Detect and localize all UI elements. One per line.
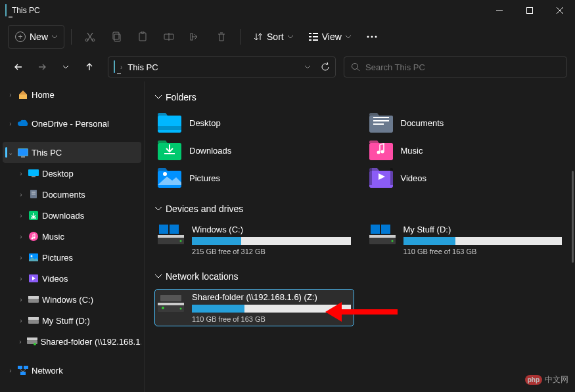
svg-rect-70: [160, 295, 181, 301]
svg-point-50: [377, 151, 380, 154]
svg-point-19: [352, 64, 358, 70]
sidebar-item-thispc[interactable]: ⌄ This PC: [3, 142, 141, 163]
sidebar: › Home › OneDrive - Personal ⌄ This PC ›…: [0, 81, 145, 392]
sort-button[interactable]: Sort: [247, 25, 300, 49]
recent-button[interactable]: [55, 56, 76, 77]
search-input[interactable]: [365, 62, 560, 72]
svg-rect-5: [114, 34, 120, 41]
svg-rect-4: [113, 32, 119, 39]
breadcrumb-separator: ›: [120, 64, 122, 71]
drive-usage-bar: [403, 237, 563, 245]
sidebar-item-label: Network: [32, 366, 63, 376]
svg-rect-10: [309, 33, 311, 34]
delete-button: [210, 25, 233, 49]
separator: [240, 29, 241, 45]
pc-icon: [17, 146, 29, 158]
svg-point-17: [371, 36, 373, 38]
svg-rect-43: [158, 126, 181, 130]
copy-button: [104, 25, 128, 49]
folder-item[interactable]: Downloads: [155, 138, 354, 163]
folder-item[interactable]: Videos: [367, 165, 565, 190]
drive-icon: [158, 292, 184, 313]
sidebar-item-label: Music: [42, 232, 64, 242]
sidebar-item-home[interactable]: › Home: [3, 84, 141, 105]
network-drive-icon: [26, 336, 38, 347]
sidebar-item-label: My Stuff (D:): [42, 316, 90, 326]
sidebar-item-desktop[interactable]: › Desktop: [3, 163, 141, 184]
drive-name: My Stuff (D:): [403, 225, 563, 234]
music-icon: [28, 230, 39, 242]
sidebar-item-label: Home: [32, 90, 55, 100]
folder-label: Music: [401, 146, 423, 156]
maximize-button[interactable]: [515, 0, 545, 21]
chevron-right-icon: ›: [7, 120, 14, 127]
paste-button: [131, 25, 154, 49]
sidebar-item-windows-c[interactable]: › Windows (C:): [3, 289, 141, 310]
new-button[interactable]: + New: [8, 25, 64, 49]
svg-point-30: [31, 255, 33, 257]
plus-icon: +: [15, 32, 26, 42]
svg-rect-56: [390, 168, 393, 185]
svg-point-28: [34, 237, 35, 239]
svg-point-51: [380, 150, 384, 154]
network-drive-item[interactable]: Shared-folder (\\192.168.1.6) (Z:)110 GB…: [155, 290, 354, 326]
svg-rect-60: [158, 235, 184, 238]
back-button[interactable]: [8, 56, 29, 77]
pc-icon: [5, 5, 7, 16]
folder-label: Pictures: [189, 173, 220, 183]
breadcrumb[interactable]: This PC: [127, 62, 158, 72]
drive-free-text: 110 GB free of 163 GB: [192, 315, 351, 323]
sidebar-item-network[interactable]: › Network: [3, 360, 141, 381]
sidebar-item-videos[interactable]: › Videos: [3, 268, 141, 289]
drive-name: Shared-folder (\\192.168.1.6) (Z:): [192, 292, 351, 302]
section-drives[interactable]: Devices and drives: [155, 204, 564, 214]
sidebar-item-label: Pictures: [42, 253, 73, 263]
drive-item[interactable]: My Stuff (D:)110 GB free of 163 GB: [367, 222, 565, 258]
svg-rect-35: [28, 317, 39, 320]
sidebar-item-documents[interactable]: › Documents: [3, 184, 141, 205]
folder-item[interactable]: Desktop: [155, 110, 354, 135]
sort-icon: [254, 32, 263, 41]
sidebar-item-downloads[interactable]: › Downloads: [3, 205, 141, 226]
network-icon: [17, 364, 29, 376]
folder-item[interactable]: Documents: [367, 110, 565, 135]
folder-label: Downloads: [189, 146, 231, 156]
svg-rect-9: [191, 33, 193, 40]
folder-item[interactable]: Music: [367, 138, 565, 163]
drive-item[interactable]: Windows (C:)215 GB free of 312 GB: [155, 222, 354, 258]
drive-icon: [28, 294, 39, 305]
section-label: Folders: [166, 92, 196, 102]
svg-rect-39: [18, 366, 22, 369]
sidebar-item-onedrive[interactable]: › OneDrive - Personal: [3, 113, 141, 134]
ellipsis-icon: [367, 35, 377, 38]
drive-icon: [158, 225, 184, 246]
section-label: Network locations: [166, 271, 239, 282]
close-button[interactable]: [545, 0, 575, 21]
chevron-right-icon: ›: [17, 170, 25, 177]
section-folders[interactable]: Folders: [155, 92, 564, 102]
sidebar-item-shared-z[interactable]: › Shared-folder (\\192.168.1.6) (Z:): [3, 331, 141, 352]
view-button[interactable]: View: [302, 25, 357, 49]
more-button[interactable]: [360, 25, 384, 49]
titlebar: This PC: [0, 0, 575, 21]
svg-rect-46: [373, 120, 389, 121]
up-button[interactable]: [79, 56, 100, 77]
svg-rect-32: [28, 299, 39, 303]
sidebar-item-mystuff-d[interactable]: › My Stuff (D:): [3, 310, 141, 331]
content-area: Folders DesktopDocumentsDownloadsMusicPi…: [145, 81, 575, 392]
chevron-right-icon: ›: [17, 191, 25, 198]
chevron-down-icon[interactable]: [305, 66, 310, 69]
address-bar[interactable]: › This PC: [108, 56, 336, 77]
svg-rect-6: [139, 33, 146, 41]
refresh-icon[interactable]: [321, 62, 330, 72]
folder-item[interactable]: Pictures: [155, 165, 354, 190]
svg-rect-45: [373, 117, 389, 118]
sidebar-item-pictures[interactable]: › Pictures: [3, 247, 141, 268]
search-bar[interactable]: [344, 56, 567, 77]
sidebar-item-music[interactable]: › Music: [3, 226, 141, 247]
chevron-right-icon: ›: [17, 233, 25, 240]
minimize-button[interactable]: [484, 0, 515, 21]
new-label: New: [30, 32, 48, 42]
section-network[interactable]: Network locations: [155, 271, 564, 282]
svg-rect-12: [309, 39, 311, 41]
